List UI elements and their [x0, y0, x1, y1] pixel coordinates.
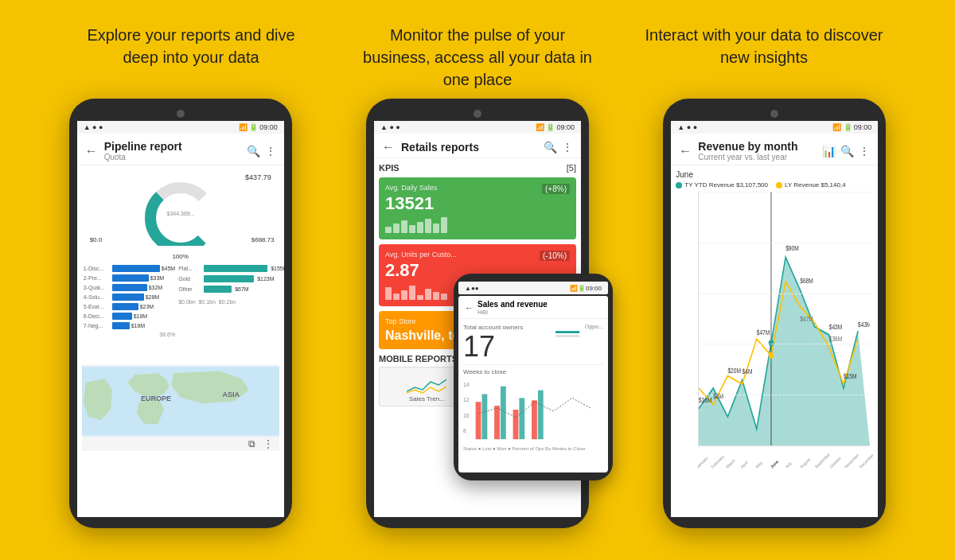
- svg-text:February: February: [710, 454, 725, 469]
- phone-1: ▲ ● ● 📶 🔋 09:00 ← Pipeline report Quota …: [69, 99, 292, 528]
- revenue-chart-svg: $16M $6M $20M $4M $47M $90M $68M $47M $4…: [699, 192, 870, 445]
- svg-rect-20: [501, 387, 506, 439]
- revenue-chart: $16M $6M $20M $4M $47M $90M $68M $47M $4…: [698, 192, 870, 446]
- grid-100: [699, 192, 870, 192]
- legend-ly-label: LY Revenue $5,140,4: [785, 181, 846, 189]
- retails-title: Retails reports: [401, 141, 544, 154]
- svg-text:October: October: [828, 456, 842, 469]
- grid-60: [699, 294, 870, 294]
- svg-text:March: March: [725, 457, 736, 469]
- grid-40: [699, 344, 870, 344]
- svg-text:$68M: $68M: [801, 278, 814, 286]
- search-icon-1[interactable]: 🔍: [247, 145, 260, 158]
- copy-icon[interactable]: ⧉: [248, 438, 255, 449]
- svg-text:$15M: $15M: [844, 372, 857, 380]
- search-icon-2[interactable]: 🔍: [544, 141, 557, 154]
- svg-point-27: [769, 340, 774, 346]
- legend-ty-label: TY YTD Revenue $3,107,500: [684, 181, 768, 189]
- phone-2: ▲ ● ● 📶 🔋 09:00 ← Retails reports 🔍 ⋮ KP…: [366, 99, 589, 528]
- donut-chart: $437.79 $344.369... $0.0 $688.73: [82, 170, 279, 250]
- svg-text:June: June: [770, 459, 780, 469]
- more-icon-1[interactable]: ⋮: [265, 145, 276, 158]
- phone-camera-3: [770, 110, 778, 118]
- pipeline-header: ← Pipeline report Quota 🔍 ⋮: [77, 134, 284, 165]
- status-bar-3: ▲ ● ● 📶 🔋 09:00: [671, 121, 878, 134]
- phone-3: ▲ ● ● 📶 🔋 09:00 ← Revenue by month Curre…: [663, 99, 886, 528]
- legend-row: TY YTD Revenue $3,107,500 LY Revenue $5,…: [676, 181, 873, 189]
- mini-bar-chart-svg: 14 12 10 8: [463, 378, 603, 441]
- svg-text:$43M: $43M: [829, 323, 843, 331]
- more-icon-2[interactable]: ⋮: [562, 141, 573, 154]
- map-svg: [82, 366, 279, 437]
- mini-oppo: Oppo...: [555, 324, 603, 337]
- pipeline-title: Pipeline report: [104, 140, 247, 153]
- svg-rect-23: [532, 400, 537, 439]
- svg-text:$90M: $90M: [785, 244, 799, 252]
- donut-left-label: $0.0: [90, 236, 103, 243]
- revenue-content: June TY YTD Revenue $3,107,500 LY Revenu…: [671, 165, 878, 517]
- svg-text:January: January: [698, 455, 709, 469]
- back-arrow-1[interactable]: ←: [85, 144, 98, 158]
- legend-ty: TY YTD Revenue $3,107,500: [676, 181, 768, 189]
- revenue-title: Revenue by month: [698, 140, 822, 153]
- map-section: EUROPE ASIA: [82, 365, 279, 437]
- svg-text:$20M: $20M: [728, 368, 742, 375]
- svg-rect-19: [494, 406, 500, 439]
- svg-text:$6M: $6M: [714, 393, 724, 401]
- kpi-header: KPIS [5]: [379, 163, 576, 173]
- back-arrow-3[interactable]: ←: [679, 144, 692, 158]
- period-label: June: [676, 170, 873, 179]
- phone-camera-1: [177, 110, 185, 118]
- legend-ly: LY Revenue $5,140,4: [776, 181, 846, 189]
- grid-80: [699, 243, 870, 243]
- mini-app-header: ← Sales and revenue HBI: [458, 296, 608, 319]
- mini-title: Sales and revenue: [477, 300, 602, 309]
- svg-text:$4M: $4M: [743, 368, 753, 376]
- back-arrow-2[interactable]: ←: [382, 140, 395, 154]
- bar-chart-section: 1-Disc...$45M 2-Pre...$33M 3-Qual...$32M…: [82, 262, 279, 365]
- mini-subtitle: HBI: [477, 309, 602, 316]
- legend-dot-ty: [676, 182, 682, 189]
- kpi-mini-bars: [385, 217, 570, 233]
- svg-text:May: May: [754, 460, 763, 469]
- status-bar-1: ▲ ● ● 📶 🔋 09:00: [77, 121, 284, 134]
- mini-phone-screen: ← Sales and revenue HBI Total account ow…: [458, 296, 608, 472]
- svg-text:10: 10: [463, 413, 470, 418]
- mini-stat-row: Total account owners 17 Oppo...: [463, 324, 603, 361]
- mini-big-number: 17: [463, 332, 523, 361]
- pipeline-content: $437.79 $344.369... $0.0 $688.73 100%: [77, 165, 284, 517]
- caption-1: Explore your reports and dive deep into …: [72, 24, 310, 91]
- svg-text:November: November: [844, 453, 860, 469]
- svg-text:14: 14: [463, 382, 470, 387]
- caption-3: Interact with your data to discover new …: [645, 24, 883, 91]
- more-icon-3[interactable]: ⋮: [859, 145, 870, 158]
- kpis-count: [5]: [567, 163, 576, 173]
- retails-header: ← Retails reports 🔍 ⋮: [374, 134, 581, 158]
- donut-top-label: $437.79: [245, 173, 271, 181]
- mini-status-bar: ▲●● 📶🔋09:00: [458, 282, 608, 294]
- search-icon-3[interactable]: 🔍: [840, 145, 854, 158]
- mini-weeks-label: Weeks to close: [463, 368, 603, 375]
- bar-group-left: 1-Disc...$45M 2-Pre...$33M 3-Qual...$32M…: [84, 265, 176, 362]
- svg-text:July: July: [784, 461, 793, 469]
- phone-camera-2: [474, 110, 481, 118]
- mini-divider: [463, 364, 603, 365]
- svg-text:August: August: [799, 457, 812, 469]
- caption-2: Monitor the pulse of your business, acce…: [358, 24, 597, 91]
- svg-rect-24: [538, 391, 544, 440]
- chart-icon-3[interactable]: 📊: [822, 145, 836, 158]
- svg-rect-18: [481, 394, 487, 439]
- x-axis-svg: January February March April May June Ju…: [698, 446, 873, 474]
- status-bar-2: ▲ ● ● 📶 🔋 09:00: [374, 121, 581, 134]
- kpi-daily-sales-value: 13521: [385, 193, 570, 214]
- donut-right-label: $688.73: [251, 236, 275, 243]
- map-label-asia: ASIA: [223, 391, 240, 399]
- legend-dot-ly: [776, 182, 782, 189]
- more-icon-map[interactable]: ⋮: [263, 438, 273, 449]
- svg-text:$43M: $43M: [858, 321, 870, 329]
- kpi-daily-sales-change: (+8%): [542, 184, 570, 194]
- mini-back-arrow[interactable]: ←: [465, 303, 474, 313]
- grid-20: [699, 395, 870, 395]
- phone-screen-1: ← Pipeline report Quota 🔍 ⋮ $437.79: [77, 134, 284, 517]
- svg-text:$36M: $36M: [829, 336, 843, 344]
